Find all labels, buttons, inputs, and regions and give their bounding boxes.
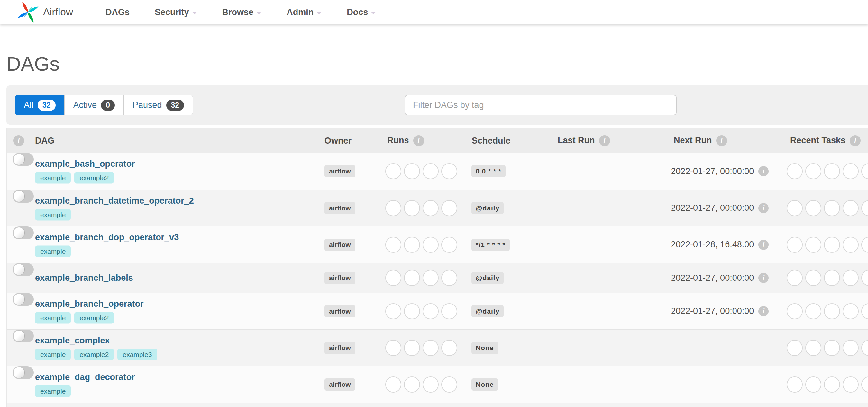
run-status-circle[interactable]: [385, 237, 401, 253]
dag-tag[interactable]: example3: [117, 348, 157, 360]
dag-pause-toggle[interactable]: [12, 227, 34, 239]
dag-pause-toggle[interactable]: [12, 153, 34, 166]
task-status-circle[interactable]: [843, 237, 859, 253]
task-status-circle[interactable]: [805, 163, 822, 179]
task-status-circle[interactable]: [787, 270, 803, 286]
task-status-circle[interactable]: [824, 200, 840, 216]
task-status-circle[interactable]: [805, 270, 822, 286]
nav-item-browse[interactable]: Browse: [210, 7, 274, 18]
run-status-circle[interactable]: [385, 303, 401, 319]
dag-pause-toggle[interactable]: [12, 263, 34, 276]
dag-pause-toggle[interactable]: [12, 366, 34, 379]
column-header-dag[interactable]: DAG: [35, 136, 54, 145]
dag-pause-toggle[interactable]: [12, 293, 34, 306]
run-status-circle[interactable]: [404, 376, 420, 393]
task-status-circle[interactable]: [861, 270, 868, 286]
run-status-circle[interactable]: [441, 340, 457, 356]
run-status-circle[interactable]: [441, 270, 457, 286]
run-status-circle[interactable]: [385, 270, 401, 286]
dag-name-link[interactable]: example_branch_labels: [35, 273, 133, 283]
task-status-circle[interactable]: [843, 376, 859, 393]
run-status-circle[interactable]: [404, 163, 420, 179]
task-status-circle[interactable]: [824, 237, 840, 253]
task-status-circle[interactable]: [805, 237, 822, 253]
dag-tag[interactable]: example: [35, 348, 71, 360]
task-status-circle[interactable]: [787, 200, 803, 216]
owner-chip[interactable]: airflow: [324, 342, 355, 354]
run-status-circle[interactable]: [404, 270, 420, 286]
run-status-circle[interactable]: [423, 340, 439, 356]
task-status-circle[interactable]: [861, 303, 868, 319]
task-status-circle[interactable]: [805, 200, 822, 216]
column-header-owner[interactable]: Owner: [324, 136, 351, 145]
task-status-circle[interactable]: [824, 163, 840, 179]
dag-pause-toggle[interactable]: [12, 190, 34, 203]
task-status-circle[interactable]: [843, 270, 859, 286]
owner-chip[interactable]: airflow: [324, 378, 355, 391]
task-status-circle[interactable]: [805, 340, 822, 356]
run-status-circle[interactable]: [423, 200, 439, 216]
nav-item-dags[interactable]: DAGs: [93, 7, 142, 18]
dag-name-link[interactable]: example_branch_operator: [35, 299, 144, 309]
dag-tag[interactable]: example: [35, 245, 71, 257]
owner-chip[interactable]: airflow: [324, 272, 355, 284]
tab-paused[interactable]: Paused32: [124, 95, 193, 115]
task-status-circle[interactable]: [861, 376, 868, 393]
nav-item-security[interactable]: Security: [142, 7, 210, 18]
task-status-circle[interactable]: [843, 340, 859, 356]
task-status-circle[interactable]: [861, 200, 868, 216]
tab-active[interactable]: Active0: [64, 95, 124, 115]
task-status-circle[interactable]: [824, 376, 840, 393]
dag-name-link[interactable]: example_branch_dop_operator_v3: [35, 232, 179, 242]
run-status-circle[interactable]: [404, 340, 420, 356]
task-status-circle[interactable]: [843, 303, 859, 319]
dag-tag[interactable]: example: [35, 312, 71, 324]
task-status-circle[interactable]: [787, 376, 803, 393]
task-status-circle[interactable]: [824, 303, 840, 319]
column-header-schedule[interactable]: Schedule: [472, 136, 510, 145]
nav-item-docs[interactable]: Docs: [334, 7, 389, 18]
run-status-circle[interactable]: [441, 237, 457, 253]
task-status-circle[interactable]: [843, 200, 859, 216]
tab-all[interactable]: All32: [15, 95, 64, 115]
dag-name-link[interactable]: example_dag_decorator: [35, 372, 135, 382]
task-status-circle[interactable]: [787, 303, 803, 319]
task-status-circle[interactable]: [824, 270, 840, 286]
owner-chip[interactable]: airflow: [324, 305, 355, 317]
run-status-circle[interactable]: [404, 200, 420, 216]
dag-tag[interactable]: example: [35, 209, 71, 221]
run-status-circle[interactable]: [423, 163, 439, 179]
owner-chip[interactable]: airflow: [324, 239, 355, 251]
task-status-circle[interactable]: [787, 237, 803, 253]
run-status-circle[interactable]: [441, 376, 457, 393]
tag-filter-input[interactable]: [405, 95, 677, 115]
run-status-circle[interactable]: [385, 340, 401, 356]
task-status-circle[interactable]: [861, 163, 868, 179]
task-status-circle[interactable]: [843, 163, 859, 179]
owner-chip[interactable]: airflow: [324, 165, 355, 177]
run-status-circle[interactable]: [441, 200, 457, 216]
task-status-circle[interactable]: [805, 303, 822, 319]
run-status-circle[interactable]: [441, 303, 457, 319]
task-status-circle[interactable]: [787, 163, 803, 179]
run-status-circle[interactable]: [404, 237, 420, 253]
run-status-circle[interactable]: [423, 303, 439, 319]
dag-pause-toggle[interactable]: [12, 330, 34, 342]
run-status-circle[interactable]: [404, 303, 420, 319]
run-status-circle[interactable]: [385, 376, 401, 393]
task-status-circle[interactable]: [805, 376, 822, 393]
dag-tag[interactable]: example2: [74, 348, 114, 360]
dag-tag[interactable]: example2: [74, 172, 114, 184]
run-status-circle[interactable]: [423, 237, 439, 253]
run-status-circle[interactable]: [423, 270, 439, 286]
dag-tag[interactable]: example: [35, 385, 71, 397]
run-status-circle[interactable]: [385, 200, 401, 216]
run-status-circle[interactable]: [423, 376, 439, 393]
dag-tag[interactable]: example2: [74, 312, 114, 324]
brand[interactable]: Airflow: [16, 0, 73, 24]
dag-name-link[interactable]: example_branch_datetime_operator_2: [35, 196, 194, 206]
run-status-circle[interactable]: [385, 163, 401, 179]
dag-name-link[interactable]: example_bash_operator: [35, 159, 135, 169]
run-status-circle[interactable]: [441, 163, 457, 179]
nav-item-admin[interactable]: Admin: [274, 7, 334, 18]
